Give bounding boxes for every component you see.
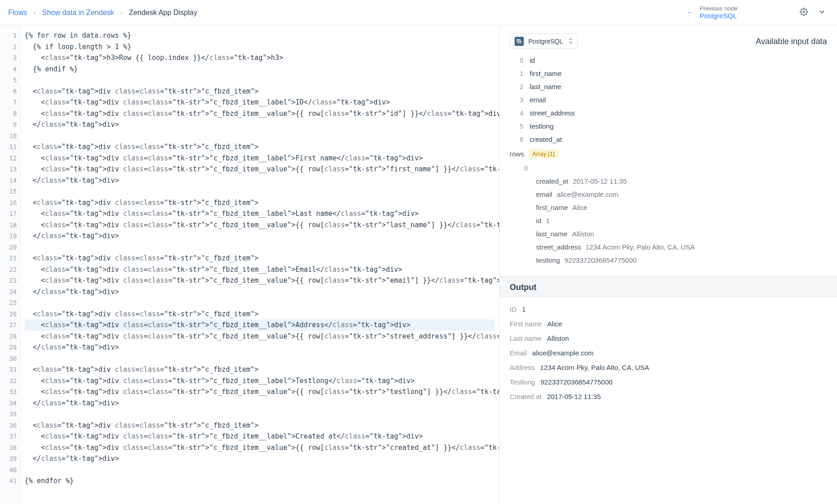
output-value: 1	[522, 305, 526, 313]
output-row: Created at2017-05-12 11:35	[510, 389, 827, 404]
node-name: PostgreSQL	[528, 38, 563, 45]
column-index: 2	[510, 83, 523, 90]
previous-node-name: PostgreSQL	[700, 12, 737, 20]
main: 1234567891011121314151617181920212223242…	[0, 25, 837, 504]
column-name: created_at	[530, 135, 562, 143]
chevron-right-icon: ›	[120, 9, 123, 16]
svg-point-0	[803, 11, 805, 13]
column-item[interactable]: 3email	[510, 93, 827, 106]
column-item[interactable]: 0id	[510, 54, 827, 67]
arrow-left-icon: ←	[686, 8, 694, 17]
output-list: ID1First nameAliceLast nameAllistonEmail…	[500, 297, 837, 408]
column-name: last_name	[530, 83, 561, 90]
code-area[interactable]: {% for row in data.rows %} {% if loop.le…	[21, 25, 499, 504]
output-title: Output	[500, 276, 837, 297]
field-key: last_name	[536, 230, 567, 238]
row-field[interactable]: last_nameAlliston	[536, 227, 827, 240]
column-name: email	[530, 96, 546, 104]
column-item[interactable]: 1first_name	[510, 67, 827, 80]
output-label: ID	[510, 305, 516, 313]
output-label: Last name	[510, 334, 541, 342]
breadcrumb-current: Zendesk App Display	[129, 9, 197, 17]
output-row: First nameAlice	[510, 316, 827, 331]
output-value: alice@example.com	[532, 349, 594, 357]
column-index: 3	[510, 96, 523, 104]
field-value: 9223372036854775000	[565, 256, 637, 264]
right-panel: 🐘 PostgreSQL Available input data 0id1fi…	[500, 25, 837, 504]
output-row: Testlong9223372036854775000	[510, 374, 827, 389]
output-label: Testlong	[510, 378, 535, 386]
row-field[interactable]: created_at2017-05-12 11:35	[536, 175, 827, 188]
rows-label: rows	[510, 150, 524, 158]
row-field[interactable]: id1	[536, 214, 827, 227]
column-item[interactable]: 2last_name	[510, 80, 827, 93]
row-field[interactable]: emailalice@example.com	[536, 188, 827, 201]
input-data-header: 🐘 PostgreSQL Available input data	[500, 25, 837, 52]
postgresql-icon: 🐘	[515, 37, 524, 46]
rows-expanded: 0 created_at2017-05-12 11:35emailalice@e…	[510, 161, 827, 267]
output-value: 1234 Acorn Pky, Palo Alto, CA, USA	[540, 364, 649, 371]
column-index: 1	[510, 70, 523, 77]
output-row: Last nameAlliston	[510, 331, 827, 345]
row-field[interactable]: first_nameAlice	[536, 201, 827, 214]
breadcrumb-root[interactable]: Flows	[8, 9, 27, 17]
field-key: id	[536, 217, 541, 225]
chevron-down-icon	[818, 8, 826, 17]
topbar: Flows › Show data in Zendesk › Zendesk A…	[0, 0, 837, 25]
output-value: Alice	[547, 320, 562, 328]
column-index: 5	[510, 123, 523, 130]
field-value: Alliston	[572, 230, 594, 238]
column-item[interactable]: 6created_at	[510, 133, 827, 146]
column-name: id	[530, 56, 535, 64]
available-input-title: Available input data	[756, 37, 827, 46]
chevron-right-icon: ›	[34, 9, 36, 16]
row-field[interactable]: street_address1234 Acorn Pky, Palo Alto,…	[536, 240, 827, 254]
field-key: created_at	[536, 177, 568, 185]
output-value: Alliston	[547, 334, 569, 342]
code-editor[interactable]: 1234567891011121314151617181920212223242…	[0, 25, 500, 504]
column-index: 0	[510, 57, 523, 64]
output-label: Email	[510, 349, 527, 357]
columns-list: 0id1first_name2last_name3email4street_ad…	[510, 54, 827, 146]
column-index: 6	[510, 136, 523, 143]
field-key: first_name	[536, 204, 568, 211]
breadcrumb-flow[interactable]: Show data in Zendesk	[42, 9, 114, 17]
output-row: Address1234 Acorn Pky, Palo Alto, CA, US…	[510, 360, 827, 374]
expand-button[interactable]	[815, 6, 829, 20]
field-value: 1	[546, 217, 550, 225]
column-item[interactable]: 4street_address	[510, 106, 827, 120]
column-name: first_name	[530, 70, 561, 77]
output-section: Output ID1First nameAliceLast nameAllist…	[500, 276, 837, 408]
rows-header[interactable]: rows Array [1]	[510, 146, 827, 161]
gear-icon	[800, 8, 808, 17]
output-label: First name	[510, 320, 542, 328]
row-index[interactable]: 0	[523, 161, 827, 175]
previous-node-link[interactable]: ← Previous node PostgreSQL	[686, 5, 737, 20]
breadcrumb: Flows › Show data in Zendesk › Zendesk A…	[8, 9, 197, 17]
row-field[interactable]: testlong9223372036854775000	[536, 254, 827, 267]
node-selector[interactable]: 🐘 PostgreSQL	[510, 34, 578, 49]
output-row: Emailalice@example.com	[510, 345, 827, 360]
field-value: alice@example.com	[557, 190, 618, 198]
column-name: testlong	[530, 122, 554, 130]
array-badge: Array [1]	[529, 150, 558, 158]
previous-node-label: Previous node	[700, 5, 737, 12]
output-value: 9223372036854775000	[541, 378, 613, 386]
output-row: ID1	[510, 302, 827, 316]
top-right-controls	[797, 6, 829, 20]
row-fields: created_at2017-05-12 11:35emailalice@exa…	[523, 175, 827, 267]
settings-button[interactable]	[797, 6, 811, 20]
output-value: 2017-05-12 11:35	[547, 393, 601, 400]
field-value: Alice	[572, 204, 587, 211]
field-value: 1234 Acorn Pky, Palo Alto, CA, USA	[586, 243, 695, 251]
column-item[interactable]: 5testlong	[510, 120, 827, 133]
field-key: email	[536, 190, 552, 198]
line-gutter: 1234567891011121314151617181920212223242…	[0, 25, 21, 504]
field-key: testlong	[536, 256, 560, 264]
output-label: Address	[510, 364, 535, 371]
column-name: street_address	[530, 109, 575, 117]
select-updown-icon	[568, 38, 573, 45]
input-tree: 0id1first_name2last_name3email4street_ad…	[500, 52, 837, 272]
row-index-number: 0	[523, 165, 528, 172]
column-index: 4	[510, 110, 523, 117]
